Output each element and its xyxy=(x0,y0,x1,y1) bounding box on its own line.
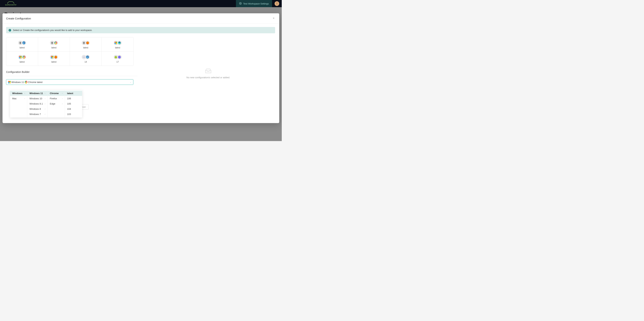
chevron-right-icon: › xyxy=(62,97,62,99)
edge-icon xyxy=(117,41,122,45)
workspace-settings-label: Test Workspace Settings xyxy=(243,2,269,5)
chevron-right-icon: › xyxy=(45,92,45,94)
cascader-column-3: latest106105104103 xyxy=(65,90,82,117)
cascader-option-104[interactable]: 104 xyxy=(65,106,82,112)
cascader-option-windows[interactable]: Windows› xyxy=(10,91,27,96)
cascader-option-label: 105 xyxy=(67,102,71,105)
windows-icon xyxy=(8,81,10,83)
preset-config-windows-chrome[interactable]: latest xyxy=(6,52,38,66)
info-icon: i xyxy=(8,29,11,32)
cascader-option-latest[interactable]: latest xyxy=(65,91,82,96)
svg-point-0 xyxy=(240,3,241,4)
cascader-option-label: Edge xyxy=(50,102,55,105)
app-header: qualitywatcher Test Workspace Settings T xyxy=(0,0,282,7)
preset-label: latest xyxy=(52,61,56,63)
preset-config-windows-firefox[interactable]: latest xyxy=(38,52,70,66)
cascader-option-label: 103 xyxy=(67,113,71,115)
cascader-option-label: Windows 11 xyxy=(30,92,43,95)
cascader-option-windows-7[interactable]: Windows 7› xyxy=(27,112,48,117)
chrome-icon xyxy=(54,41,58,45)
cascader-option-106[interactable]: 106 xyxy=(65,96,82,101)
chrome-icon xyxy=(22,55,26,59)
cascader-option-firefox[interactable]: Firefox› xyxy=(48,96,65,101)
chevron-right-icon: › xyxy=(24,92,25,94)
safari-icon xyxy=(22,41,26,45)
firefox-icon xyxy=(54,55,58,59)
cascader-option-label: Mac xyxy=(12,97,17,100)
inbox-icon xyxy=(204,68,212,74)
preset-label: latest xyxy=(52,46,56,49)
cascader-option-windows-8[interactable]: Windows 8› xyxy=(27,106,48,112)
close-icon[interactable] xyxy=(272,16,276,21)
cascader-option-windows-11[interactable]: Windows 11› xyxy=(27,91,48,96)
cascader-option-105[interactable]: 105 xyxy=(65,101,82,106)
cascader-option-chrome[interactable]: Chrome› xyxy=(48,91,65,96)
builder-section-title: Configuration Builder xyxy=(6,71,141,73)
preset-label: latest xyxy=(20,46,25,49)
preset-config-ios-safari[interactable]: iOS14 xyxy=(70,52,102,66)
cascader-option-mac[interactable]: Mac› xyxy=(10,96,27,101)
cascader-os-text: Windows 11 xyxy=(11,81,24,83)
preset-config-mac-safari[interactable]: latest xyxy=(6,37,38,52)
chrome-icon xyxy=(25,81,27,83)
divider xyxy=(6,76,137,76)
preset-config-windows-edge[interactable]: latest xyxy=(102,37,134,52)
cascader-option-label: Windows 8 xyxy=(30,108,41,110)
cascader-option-label: 104 xyxy=(67,108,71,110)
config-cascader-select[interactable]: Windows 11 Chrome latest ⌄ xyxy=(6,79,133,85)
preset-label: 17 xyxy=(116,61,119,63)
chevron-down-icon: ⌄ xyxy=(130,81,131,83)
cascader-option-windows-81[interactable]: Windows 8.1› xyxy=(27,101,48,106)
preset-config-mac-chrome[interactable]: latest xyxy=(38,37,70,52)
cascader-option-edge[interactable]: Edge› xyxy=(48,101,65,106)
chevron-right-icon: › xyxy=(45,108,45,110)
cascader-option-label: Windows 10 xyxy=(30,97,42,100)
cascader-option-label: Windows 8.1 xyxy=(30,102,43,105)
cascader-option-label: 106 xyxy=(67,97,71,100)
chevron-right-icon: › xyxy=(45,103,45,105)
cascader-option-label: Windows xyxy=(12,92,22,95)
preset-config-android-samsung[interactable]: 17 xyxy=(102,52,134,66)
preset-config-grid: latestlatestlatestlatestlatestlatestiOS1… xyxy=(6,37,134,66)
chevron-right-icon: › xyxy=(62,103,62,105)
chevron-right-icon: › xyxy=(62,92,62,94)
cascader-option-label: Chrome xyxy=(50,92,58,95)
cascader-column-0: Windows›Mac› xyxy=(10,90,27,117)
brand-name: qualitywatcher xyxy=(5,4,16,6)
empty-state-text: No new configuration/s selected or added… xyxy=(186,76,230,79)
avatar[interactable]: T xyxy=(274,1,279,6)
chevron-right-icon: › xyxy=(24,97,25,99)
safari-icon xyxy=(85,55,90,59)
cascader-option-windows-10[interactable]: Windows 10› xyxy=(27,96,48,101)
cascader-option-label: Windows 7 xyxy=(30,113,41,115)
cascader-option-label: latest xyxy=(67,92,73,95)
preset-label: 14 xyxy=(84,61,87,63)
cascader-dropdown: Windows›Mac›Windows 11›Windows 10›Window… xyxy=(10,90,82,117)
cascader-column-2: Chrome›Firefox›Edge› xyxy=(48,90,65,117)
cascader-column-1: Windows 11›Windows 10›Windows 8.1›Window… xyxy=(27,90,48,117)
modal-title: Create Configuration xyxy=(6,17,31,20)
chevron-right-icon: › xyxy=(45,97,45,99)
preset-config-mac-firefox[interactable]: latest xyxy=(70,37,102,52)
info-text: Select or Create the configuration/s you… xyxy=(13,29,92,32)
preset-label: latest xyxy=(83,46,88,49)
brand-logo[interactable]: qualitywatcher xyxy=(5,2,16,6)
cascader-option-label: Firefox xyxy=(50,97,57,100)
preset-label: latest xyxy=(20,61,25,63)
workspace-settings-button[interactable]: Test Workspace Settings xyxy=(236,0,272,7)
chevron-right-icon: › xyxy=(45,113,45,115)
avatar-letter: T xyxy=(276,2,278,5)
empty-state: No new configuration/s selected or added… xyxy=(141,27,276,120)
modal-header: Create Configuration xyxy=(2,13,279,24)
cascader-option-103[interactable]: 103 xyxy=(65,112,82,117)
preset-label: latest xyxy=(115,46,120,49)
gear-icon xyxy=(239,2,242,5)
cascader-browser-text: Chrome latest xyxy=(28,81,42,83)
samsung-icon xyxy=(117,55,122,59)
firefox-icon xyxy=(85,41,90,45)
